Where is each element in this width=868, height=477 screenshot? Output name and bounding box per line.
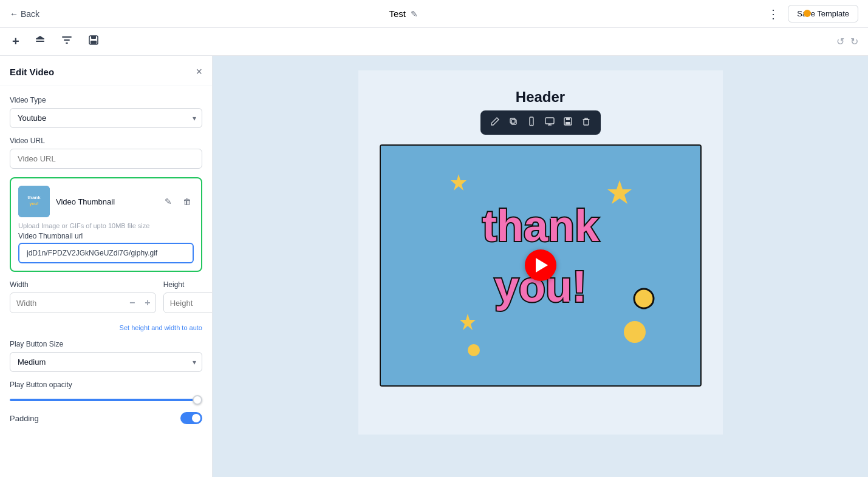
width-input[interactable] [10, 294, 125, 312]
svg-rect-13 [545, 118, 554, 124]
video-type-select[interactable]: Youtube [10, 108, 202, 128]
width-height-row: Width − + Height − + [10, 280, 202, 313]
undo-button[interactable]: ↺ [836, 36, 844, 47]
play-size-label: Play Button Size [10, 340, 202, 348]
width-label: Width [10, 280, 156, 289]
height-input-row: − + [163, 293, 213, 313]
top-bar-right: ⋮ Save Template [767, 5, 858, 22]
thumbnail-name: Video Thumbnail [56, 197, 156, 206]
vt-copy-icon [508, 118, 518, 128]
video-toolbar [480, 110, 601, 135]
filter-icon [61, 36, 73, 49]
width-field: Width − + [10, 280, 156, 313]
save-template-button[interactable]: Save Template [788, 5, 858, 22]
more-icon: ⋮ [767, 7, 781, 21]
video-type-select-wrap: Youtube [10, 108, 202, 128]
add-element-button[interactable]: + [10, 32, 22, 51]
svg-point-12 [531, 124, 531, 124]
padding-label: Padding [10, 414, 39, 423]
svg-text:you!: you! [30, 201, 39, 206]
vt-mobile-icon [527, 118, 536, 128]
video-url-field: Video URL [10, 137, 202, 169]
play-size-select[interactable]: Medium Small Large [10, 352, 202, 372]
opacity-slider[interactable] [10, 399, 202, 401]
width-input-row: − + [10, 293, 156, 313]
plus-icon: + [12, 35, 19, 48]
svg-point-26 [634, 289, 654, 308]
height-input[interactable] [164, 294, 213, 312]
thank-you-art: thank you! [381, 146, 700, 385]
width-decrement-button[interactable]: − [125, 293, 140, 313]
svg-rect-4 [91, 41, 97, 44]
svg-rect-3 [91, 36, 96, 39]
video-block[interactable]: thank you! [380, 144, 702, 387]
top-bar-center: Test ✎ [389, 8, 418, 19]
vt-desktop-icon [545, 118, 555, 128]
panel-title: Edit Video [10, 67, 54, 77]
top-bar-left: ← Back [10, 9, 39, 19]
edit-thumbnail-button[interactable]: ✎ [162, 194, 174, 209]
filter-button[interactable] [58, 32, 75, 52]
panel-header: Edit Video × [0, 56, 212, 86]
edit-title-button[interactable]: ✎ [411, 9, 418, 19]
second-toolbar: + [0, 28, 868, 56]
delete-thumbnail-button[interactable]: 🗑 [180, 194, 194, 209]
email-canvas: Header Add text to your email. [358, 70, 723, 435]
thumbnail-section: thank you! Video Thumbnail ✎ 🗑 Upload Im… [10, 177, 202, 272]
vt-pencil-icon [490, 118, 500, 128]
svg-rect-0 [36, 38, 44, 39]
panel-body: Video Type Youtube Video URL [0, 86, 212, 434]
vt-mobile-button[interactable] [523, 114, 540, 131]
back-arrow-icon: ← [10, 9, 18, 19]
back-label: Back [21, 9, 39, 19]
thumbnail-preview: thank you! [18, 186, 50, 217]
svg-point-22 [468, 344, 480, 356]
save-button[interactable] [85, 32, 102, 52]
vt-save-button[interactable] [559, 114, 576, 131]
pencil-icon: ✎ [411, 9, 418, 19]
main-layout: Edit Video × Video Type Youtube Video UR… [0, 56, 868, 477]
width-increment-button[interactable]: + [140, 293, 155, 313]
svg-rect-9 [511, 120, 516, 124]
padding-toggle-row: Padding [10, 412, 202, 424]
svg-rect-1 [36, 41, 44, 42]
svg-rect-17 [584, 120, 589, 125]
svg-text:thank: thank [482, 201, 599, 250]
vt-desktop-button[interactable] [541, 114, 558, 131]
play-size-field: Play Button Size Medium Small Large [10, 340, 202, 372]
notification-dot [804, 10, 811, 17]
svg-point-21 [624, 321, 646, 343]
more-menu-button[interactable]: ⋮ [767, 7, 781, 21]
play-opacity-field: Play Button opacity [10, 381, 202, 404]
vt-edit-button[interactable] [487, 114, 504, 131]
thumbnail-url-input[interactable] [18, 243, 194, 263]
opacity-slider-wrap [10, 393, 202, 404]
redo-button[interactable]: ↻ [850, 36, 858, 47]
video-type-field: Video Type Youtube [10, 96, 202, 128]
video-url-input[interactable] [10, 149, 202, 169]
back-button[interactable]: ← Back [10, 9, 39, 19]
email-header-title: Header [358, 89, 723, 106]
canvas-area[interactable]: Header Add text to your email. [213, 56, 868, 477]
svg-rect-10 [510, 118, 515, 123]
play-button-overlay[interactable] [525, 249, 556, 281]
vt-trash-icon [581, 118, 591, 128]
vt-floppy-icon [563, 118, 573, 128]
second-toolbar-left: + [10, 32, 102, 52]
vt-copy-button[interactable] [505, 114, 522, 131]
pencil-icon: ✎ [165, 197, 172, 206]
redo-icon: ↻ [850, 36, 858, 47]
padding-toggle[interactable] [180, 412, 202, 424]
svg-rect-15 [566, 118, 570, 120]
svg-rect-16 [566, 122, 570, 124]
height-label: Height [163, 280, 213, 289]
page-title: Test [389, 8, 406, 19]
undo-icon: ↺ [836, 36, 844, 47]
play-size-select-wrap: Medium Small Large [10, 352, 202, 372]
vt-delete-button[interactable] [578, 114, 595, 131]
close-panel-button[interactable]: × [196, 66, 202, 78]
set-auto-link[interactable]: Set height and width to auto [10, 324, 202, 331]
close-icon: × [196, 66, 202, 78]
toggle-slider [180, 412, 202, 424]
layers-button[interactable] [32, 32, 49, 52]
